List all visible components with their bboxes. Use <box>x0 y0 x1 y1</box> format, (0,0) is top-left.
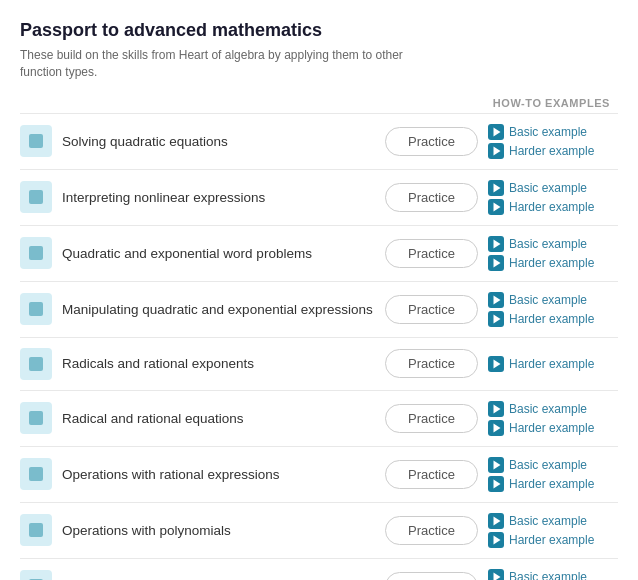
play-icon <box>488 143 504 159</box>
practice-button[interactable]: Practice <box>385 572 478 580</box>
column-header-label: HOW-TO EXAMPLES <box>493 97 610 109</box>
example-link-label: Harder example <box>509 256 594 270</box>
table-row: Operations with rational expressionsPrac… <box>20 446 618 502</box>
example-link-label: Basic example <box>509 514 587 528</box>
examples-column: Basic example Harder example <box>488 292 618 327</box>
topic-label: Operations with rational expressions <box>62 467 375 482</box>
harder-example-link[interactable]: Harder example <box>488 356 618 372</box>
play-icon <box>488 124 504 140</box>
basic-example-link[interactable]: Basic example <box>488 569 618 580</box>
table-row: Polynomial factors and graphsPractice Ba… <box>20 558 618 580</box>
example-link-label: Basic example <box>509 181 587 195</box>
example-link-label: Basic example <box>509 570 587 580</box>
play-icon <box>488 311 504 327</box>
example-link-label: Harder example <box>509 312 594 326</box>
topic-icon <box>20 570 52 580</box>
topic-icon <box>20 402 52 434</box>
example-link-label: Basic example <box>509 293 587 307</box>
practice-button[interactable]: Practice <box>385 295 478 324</box>
topic-icon <box>20 125 52 157</box>
table-row: Operations with polynomialsPractice Basi… <box>20 502 618 558</box>
practice-button[interactable]: Practice <box>385 516 478 545</box>
topic-label: Solving quadratic equations <box>62 134 375 149</box>
basic-example-link[interactable]: Basic example <box>488 457 618 473</box>
play-icon <box>488 180 504 196</box>
examples-column: Basic example Harder example <box>488 513 618 548</box>
practice-button[interactable]: Practice <box>385 127 478 156</box>
basic-example-link[interactable]: Basic example <box>488 292 618 308</box>
basic-example-link[interactable]: Basic example <box>488 180 618 196</box>
topic-icon <box>20 348 52 380</box>
topic-label: Quadratic and exponential word problems <box>62 246 375 261</box>
topic-label: Radicals and rational exponents <box>62 356 375 371</box>
example-link-label: Harder example <box>509 144 594 158</box>
example-link-label: Basic example <box>509 402 587 416</box>
play-icon <box>488 420 504 436</box>
basic-example-link[interactable]: Basic example <box>488 124 618 140</box>
example-link-label: Harder example <box>509 200 594 214</box>
topic-label: Operations with polynomials <box>62 523 375 538</box>
harder-example-link[interactable]: Harder example <box>488 311 618 327</box>
topic-label: Interpreting nonlinear expressions <box>62 190 375 205</box>
examples-column: Basic example Harder example <box>488 401 618 436</box>
table-row: Quadratic and exponential word problemsP… <box>20 225 618 281</box>
table-row: Radical and rational equationsPractice B… <box>20 390 618 446</box>
table-row: Solving quadratic equationsPractice Basi… <box>20 113 618 169</box>
topic-icon <box>20 293 52 325</box>
practice-button[interactable]: Practice <box>385 349 478 378</box>
examples-column: Basic example Harder example <box>488 236 618 271</box>
examples-column: Basic example Harder example <box>488 180 618 215</box>
play-icon <box>488 292 504 308</box>
examples-column: Basic example Harder example <box>488 569 618 580</box>
play-icon <box>488 457 504 473</box>
table-row: Interpreting nonlinear expressionsPracti… <box>20 169 618 225</box>
examples-column: Harder example <box>488 356 618 372</box>
practice-button[interactable]: Practice <box>385 183 478 212</box>
play-icon <box>488 401 504 417</box>
example-link-label: Harder example <box>509 477 594 491</box>
topic-icon <box>20 181 52 213</box>
example-link-label: Basic example <box>509 125 587 139</box>
table-row: Radicals and rational exponentsPractice … <box>20 337 618 390</box>
example-link-label: Basic example <box>509 237 587 251</box>
example-link-label: Harder example <box>509 357 594 371</box>
play-icon <box>488 236 504 252</box>
harder-example-link[interactable]: Harder example <box>488 143 618 159</box>
examples-column: Basic example Harder example <box>488 124 618 159</box>
play-icon <box>488 569 504 580</box>
play-icon <box>488 356 504 372</box>
harder-example-link[interactable]: Harder example <box>488 532 618 548</box>
harder-example-link[interactable]: Harder example <box>488 420 618 436</box>
table-row: Manipulating quadratic and exponential e… <box>20 281 618 337</box>
play-icon <box>488 255 504 271</box>
page-title: Passport to advanced mathematics <box>20 20 618 41</box>
play-icon <box>488 476 504 492</box>
page-subtitle: These build on the skills from Heart of … <box>20 47 440 81</box>
example-link-label: Harder example <box>509 421 594 435</box>
practice-button[interactable]: Practice <box>385 460 478 489</box>
play-icon <box>488 199 504 215</box>
topic-icon <box>20 237 52 269</box>
basic-example-link[interactable]: Basic example <box>488 513 618 529</box>
topic-icon <box>20 458 52 490</box>
practice-button[interactable]: Practice <box>385 239 478 268</box>
basic-example-link[interactable]: Basic example <box>488 236 618 252</box>
examples-column: Basic example Harder example <box>488 457 618 492</box>
harder-example-link[interactable]: Harder example <box>488 199 618 215</box>
harder-example-link[interactable]: Harder example <box>488 476 618 492</box>
basic-example-link[interactable]: Basic example <box>488 401 618 417</box>
play-icon <box>488 532 504 548</box>
topic-label: Radical and rational equations <box>62 411 375 426</box>
example-link-label: Harder example <box>509 533 594 547</box>
practice-button[interactable]: Practice <box>385 404 478 433</box>
harder-example-link[interactable]: Harder example <box>488 255 618 271</box>
example-link-label: Basic example <box>509 458 587 472</box>
topic-label: Manipulating quadratic and exponential e… <box>62 302 375 317</box>
topic-icon <box>20 514 52 546</box>
play-icon <box>488 513 504 529</box>
